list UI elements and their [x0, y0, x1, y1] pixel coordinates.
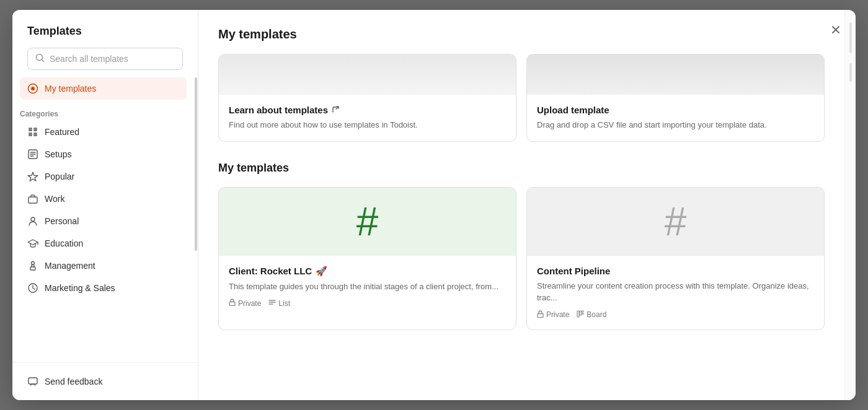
feedback-label: Send feedback — [45, 377, 102, 386]
right-panel-indicator-1 — [849, 22, 852, 53]
my-templates-section-title: My templates — [218, 162, 825, 175]
rocket-privacy: Private — [229, 299, 261, 308]
search-placeholder: Search all templates — [50, 54, 128, 64]
rocket-llc-card[interactable]: # Client: Rocket LLC 🚀 This template gui… — [218, 187, 516, 330]
my-templates-label: My templates — [45, 84, 96, 94]
content-pipeline-card[interactable]: # Content Pipeline Streamline your conte… — [526, 187, 825, 330]
rocket-card-title: Client: Rocket LLC 🚀 — [229, 266, 506, 277]
search-box[interactable]: Search all templates — [27, 48, 183, 70]
sidebar: Templates Search all templates — [12, 10, 198, 400]
template-cards-grid: # Client: Rocket LLC 🚀 This template gui… — [218, 187, 825, 330]
svg-rect-13 — [580, 311, 582, 315]
rocket-card-desc: This template guides you through the ini… — [229, 281, 506, 293]
close-button[interactable] — [826, 20, 846, 40]
rocket-card-preview: # — [219, 188, 516, 256]
nav-item-featured[interactable]: Featured — [20, 121, 187, 143]
pipeline-card-body: Content Pipeline Streamline your content… — [527, 256, 824, 329]
rocket-view-type: List — [268, 299, 290, 308]
pipeline-card-title: Content Pipeline — [537, 266, 814, 276]
page-title: My templates — [218, 27, 825, 41]
categories-label: Categories — [12, 102, 194, 121]
modal-overlay: Templates Search all templates — [0, 0, 868, 410]
learn-card-preview — [219, 55, 516, 95]
svg-rect-10 — [229, 302, 235, 306]
learn-card-body: Learn about templates Find out more abou… — [219, 95, 516, 141]
search-icon — [35, 53, 45, 64]
svg-rect-6 — [30, 267, 35, 270]
popular-label: Popular — [45, 172, 74, 181]
svg-rect-9 — [29, 378, 37, 384]
learn-card-desc: Find out more about how to use templates… — [229, 119, 506, 131]
nav-item-personal[interactable]: Personal — [20, 210, 187, 232]
personal-label: Personal — [45, 216, 79, 226]
pipeline-view-type: Board — [577, 310, 606, 320]
pipeline-card-symbol: # — [665, 202, 687, 242]
right-panel — [844, 10, 856, 400]
featured-icon — [27, 126, 38, 137]
nav-item-management[interactable]: Management — [20, 255, 187, 277]
management-icon — [27, 260, 38, 271]
templates-modal: Templates Search all templates — [12, 10, 856, 400]
nav-item-my-templates[interactable]: My templates — [20, 77, 187, 100]
marketing-label: Marketing & Sales — [45, 283, 115, 293]
main-content: My templates Learn about templates — [198, 10, 844, 400]
personal-icon — [27, 216, 38, 227]
svg-point-5 — [31, 217, 35, 221]
svg-rect-14 — [582, 311, 584, 314]
rocket-emoji: 🚀 — [316, 266, 327, 277]
management-label: Management — [45, 261, 95, 271]
pipeline-card-desc: Streamline your content creation process… — [537, 280, 814, 304]
nav-item-popular[interactable]: Popular — [20, 165, 187, 188]
sidebar-scrollbar-track — [194, 77, 198, 362]
work-icon — [27, 193, 38, 204]
nav-item-marketing[interactable]: Marketing & Sales — [20, 277, 187, 299]
setups-label: Setups — [45, 149, 72, 159]
upload-card-desc: Drag and drop a CSV file and start impor… — [537, 119, 814, 131]
upload-card-body: Upload template Drag and drop a CSV file… — [527, 95, 824, 141]
info-cards-grid: Learn about templates Find out more abou… — [218, 54, 825, 142]
rocket-card-symbol: # — [356, 202, 379, 242]
svg-rect-4 — [29, 197, 37, 203]
pipeline-privacy: Private — [537, 310, 569, 320]
education-icon — [27, 238, 38, 249]
sidebar-scrollbar-thumb — [195, 77, 197, 251]
pipeline-card-preview: # — [527, 188, 824, 256]
education-label: Education — [45, 238, 83, 248]
learn-card-title: Learn about templates — [229, 105, 506, 115]
sidebar-wrapper: My templates Categories — [12, 77, 198, 362]
list-icon — [268, 299, 276, 308]
svg-point-2 — [31, 87, 35, 90]
svg-rect-12 — [577, 311, 579, 317]
board-icon — [577, 310, 584, 320]
featured-label: Featured — [45, 127, 79, 137]
pipeline-card-meta: Private Board — [537, 310, 814, 320]
marketing-icon — [27, 282, 38, 294]
sidebar-header: Templates Search all templates — [12, 10, 198, 77]
work-label: Work — [45, 194, 64, 204]
upload-card-preview — [527, 55, 824, 95]
rocket-card-body: Client: Rocket LLC 🚀 This template guide… — [219, 256, 516, 318]
upload-template-card[interactable]: Upload template Drag and drop a CSV file… — [526, 54, 825, 142]
my-templates-icon — [27, 83, 38, 94]
sidebar-title: Templates — [27, 25, 183, 38]
external-link-icon — [332, 105, 340, 115]
send-feedback-item[interactable]: Send feedback — [20, 370, 190, 393]
popular-icon — [27, 171, 38, 182]
rocket-card-meta: Private List — [229, 299, 506, 308]
upload-card-title: Upload template — [537, 105, 814, 115]
right-panel-indicator-2 — [849, 63, 852, 82]
feedback-icon — [27, 376, 38, 387]
sidebar-content: My templates Categories — [12, 77, 194, 362]
pipeline-lock-icon — [537, 310, 544, 320]
svg-rect-11 — [538, 313, 543, 317]
nav-item-work[interactable]: Work — [20, 188, 187, 210]
lock-icon — [229, 299, 236, 308]
nav-item-setups[interactable]: Setups — [20, 143, 187, 165]
setups-icon — [27, 149, 38, 160]
nav-item-education[interactable]: Education — [20, 232, 187, 255]
learn-templates-card[interactable]: Learn about templates Find out more abou… — [218, 54, 516, 142]
sidebar-footer: Send feedback — [12, 362, 198, 400]
